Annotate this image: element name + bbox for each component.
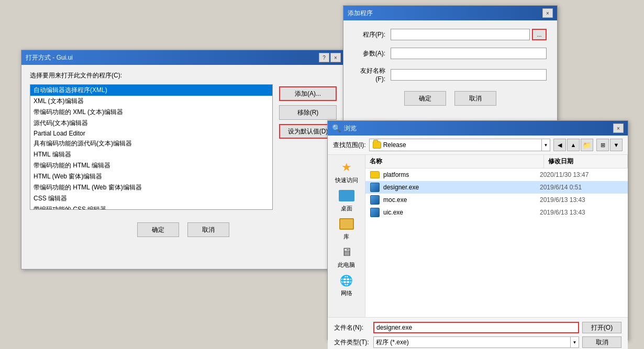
computer-icon: 🖥 bbox=[341, 245, 352, 259]
file-row[interactable]: designer.exe2019/6/14 0:51 bbox=[365, 181, 628, 194]
file-name: moc.exe bbox=[383, 196, 540, 204]
openwith-content: 选择要用来打开此文件的程序(C): 自动编辑器选择程序(XML)XML (文本)… bbox=[21, 65, 345, 243]
sidebar-computer[interactable]: 🖥 此电脑 bbox=[338, 245, 355, 269]
sidebar-library[interactable]: 库 bbox=[338, 217, 355, 241]
addprog-footer: 确定 取消 bbox=[354, 91, 547, 106]
filetype-dropdown[interactable]: 程序 (*.exe) ▼ bbox=[373, 336, 579, 348]
program-item[interactable]: 自动编辑器选择程序(XML) bbox=[30, 85, 272, 96]
browse-footer: 文件名(N): 打开(O) 文件类型(T): 程序 (*.exe) ▼ 取消 bbox=[328, 317, 628, 349]
nav-back-btn[interactable]: ◀ bbox=[553, 139, 566, 151]
location-text: Release bbox=[383, 141, 406, 149]
browse-dialog: 🔍 浏览 × 查找范围(I): Release ▼ ◀ ▲ 📁 ⊞ ▼ bbox=[327, 120, 628, 340]
look-label: 查找范围(I): bbox=[333, 141, 366, 150]
program-item[interactable]: HTML 编辑器 bbox=[30, 149, 272, 160]
filetype-value: 程序 (*.exe) bbox=[374, 338, 570, 347]
prog-browse-btn[interactable]: ... bbox=[532, 29, 547, 40]
file-date: 2020/11/30 13:47 bbox=[540, 171, 624, 178]
openwith-title-buttons: ? × bbox=[319, 53, 341, 62]
browse-main: ★ 快速访问 桌面 库 🖥 此电脑 bbox=[328, 155, 628, 317]
filetype-dropdown-arrow: ▼ bbox=[570, 336, 579, 348]
col-date[interactable]: 修改日期 bbox=[544, 155, 628, 168]
library-icon bbox=[339, 218, 354, 230]
browse-title: 浏览 bbox=[344, 124, 613, 133]
openwith-help-btn[interactable]: ? bbox=[319, 53, 329, 62]
openwith-title: 打开方式 - Gui.ui bbox=[26, 53, 319, 62]
filetype-label: 文件类型(T): bbox=[334, 338, 373, 347]
openwith-ok-btn[interactable]: 确定 bbox=[137, 222, 179, 237]
col-name[interactable]: 名称 bbox=[365, 155, 544, 168]
program-item[interactable]: XML (文本)编辑器 bbox=[30, 96, 272, 107]
location-dropdown[interactable]: Release ▼ bbox=[369, 139, 550, 151]
addprog-titlebar: 添加程序 × bbox=[343, 6, 557, 20]
addprog-close-btn[interactable]: × bbox=[542, 8, 553, 18]
addprog-ok-btn[interactable]: 确定 bbox=[404, 91, 446, 106]
program-item[interactable]: 带编码功能的 HTML 编辑器 bbox=[30, 160, 272, 171]
nav-up-btn[interactable]: ▲ bbox=[567, 139, 580, 151]
browse-filelist[interactable]: 名称 修改日期 platforms2020/11/30 13:47designe… bbox=[365, 155, 628, 317]
browse-toolbar: 查找范围(I): Release ▼ ◀ ▲ 📁 ⊞ ▼ bbox=[328, 136, 628, 155]
openwith-program-list[interactable]: 自动编辑器选择程序(XML)XML (文本)编辑器带编码功能的 XML (文本)… bbox=[30, 84, 273, 210]
prog-input[interactable] bbox=[391, 29, 530, 40]
view-buttons: ⊞ ▼ bbox=[596, 139, 623, 151]
remove-program-btn[interactable]: 移除(R) bbox=[279, 105, 337, 120]
filename-label: 文件名(N): bbox=[334, 323, 373, 332]
prog-row: 程序(P): ... bbox=[354, 29, 547, 40]
program-item[interactable]: 具有编码功能的源代码(文本)编辑器 bbox=[30, 138, 272, 149]
file-date: 2019/6/13 13:43 bbox=[540, 196, 624, 204]
program-item[interactable]: HTML (Web 窗体)编辑器 bbox=[30, 171, 272, 182]
file-name: platforms bbox=[383, 171, 540, 178]
sidebar-desktop[interactable]: 桌面 bbox=[338, 188, 355, 212]
add-program-btn[interactable]: 添加(A)... bbox=[279, 86, 337, 101]
program-item[interactable]: Partial Load Editor bbox=[30, 129, 272, 138]
friendlyname-input[interactable] bbox=[391, 69, 547, 81]
view-toggle-btn[interactable]: ⊞ bbox=[596, 139, 609, 151]
file-row[interactable]: moc.exe2019/6/13 13:43 bbox=[365, 194, 628, 206]
filename-row: 文件名(N): 打开(O) bbox=[334, 322, 621, 333]
program-item[interactable]: 源代码(文本)编辑器 bbox=[30, 118, 272, 129]
file-name: uic.exe bbox=[383, 209, 540, 216]
desktop-icon bbox=[339, 190, 354, 201]
sidebar-network[interactable]: 🌐 网络 bbox=[338, 273, 355, 297]
exe-icon bbox=[370, 195, 380, 205]
browse-close-btn[interactable]: × bbox=[613, 123, 624, 133]
addprog-content: 程序(P): ... 参数(A): 友好名称(F): 确定 取消 bbox=[343, 20, 557, 114]
program-item[interactable]: CSS 编辑器 bbox=[30, 193, 272, 204]
addprog-cancel-btn[interactable]: 取消 bbox=[454, 91, 496, 106]
file-row[interactable]: uic.exe2019/6/13 13:43 bbox=[365, 206, 628, 219]
program-item[interactable]: 带编码功能的 XML (文本)编辑器 bbox=[30, 107, 272, 118]
file-row[interactable]: platforms2020/11/30 13:47 bbox=[365, 168, 628, 181]
exe-icon bbox=[370, 208, 380, 217]
browse-title-icon: 🔍 bbox=[332, 124, 341, 132]
friendlyname-label: 友好名称(F): bbox=[354, 66, 391, 83]
cancel-browse-btn[interactable]: 取消 bbox=[582, 336, 621, 348]
friendlyname-row: 友好名称(F): bbox=[354, 66, 547, 83]
location-dropdown-arrow[interactable]: ▼ bbox=[541, 139, 550, 151]
browse-titlebar: 🔍 浏览 × bbox=[328, 121, 628, 136]
sidebar-quick-access[interactable]: ★ 快速访问 bbox=[335, 160, 358, 184]
openwith-list-area: 自动编辑器选择程序(XML)XML (文本)编辑器带编码功能的 XML (文本)… bbox=[30, 84, 337, 210]
params-label: 参数(A): bbox=[354, 49, 391, 58]
open-btn[interactable]: 打开(O) bbox=[582, 322, 621, 333]
prog-label: 程序(P): bbox=[354, 30, 391, 39]
view-dropdown-btn[interactable]: ▼ bbox=[610, 139, 623, 151]
program-item[interactable]: 带编码功能的 CSS 编辑器 bbox=[30, 204, 272, 210]
nav-newfolder-btn[interactable]: 📁 bbox=[581, 139, 593, 151]
filename-input[interactable] bbox=[373, 322, 579, 333]
openwith-cancel-btn[interactable]: 取消 bbox=[187, 222, 229, 237]
addprog-title: 添加程序 bbox=[348, 9, 542, 18]
browse-nav-buttons: ◀ ▲ 📁 bbox=[553, 139, 593, 151]
browse-title-buttons: × bbox=[613, 123, 624, 133]
folder-icon bbox=[370, 170, 380, 179]
file-name: designer.exe bbox=[383, 184, 540, 191]
filelist-header: 名称 修改日期 bbox=[365, 155, 628, 168]
params-input[interactable] bbox=[391, 48, 547, 59]
openwith-select-label: 选择要用来打开此文件的程序(C): bbox=[30, 71, 337, 80]
location-folder-icon bbox=[373, 141, 381, 149]
openwith-dialog: 打开方式 - Gui.ui ? × 选择要用来打开此文件的程序(C): 自动编辑… bbox=[21, 50, 346, 269]
openwith-close-btn[interactable]: × bbox=[330, 53, 341, 62]
file-date: 2019/6/14 0:51 bbox=[540, 184, 624, 191]
browse-sidebar: ★ 快速访问 桌面 库 🖥 此电脑 bbox=[328, 155, 365, 317]
star-icon: ★ bbox=[341, 161, 352, 174]
filetype-row: 文件类型(T): 程序 (*.exe) ▼ 取消 bbox=[334, 336, 621, 348]
program-item[interactable]: 带编码功能的 HTML (Web 窗体)编辑器 bbox=[30, 182, 272, 193]
